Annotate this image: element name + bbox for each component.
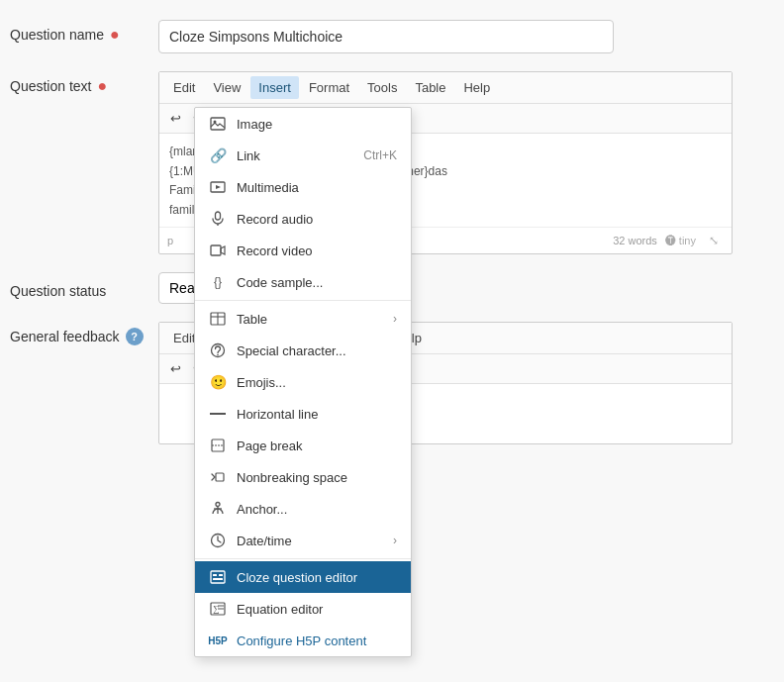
record-video-icon (209, 242, 227, 259)
code-sample-icon: {} (209, 273, 227, 291)
datetime-arrow: › (393, 534, 397, 547)
image-icon (209, 115, 227, 133)
record-audio-icon (209, 210, 227, 228)
menu-item-image[interactable]: Image (195, 108, 411, 140)
divider-2 (195, 558, 411, 559)
undo-button[interactable]: ↩ (165, 108, 186, 129)
word-count: 32 words (613, 235, 657, 246)
svg-rect-27 (211, 571, 225, 583)
page-break-label: Page break (237, 438, 397, 453)
table-label: Table (237, 312, 383, 327)
cloze-icon (209, 568, 227, 586)
menu-item-table[interactable]: Table › (195, 303, 411, 335)
h5p-menu-icon: H5P (209, 632, 227, 649)
emojis-icon: 🙂 (209, 373, 227, 391)
menu-item-page-break[interactable]: Page break (195, 430, 411, 461)
svg-rect-8 (211, 118, 225, 130)
required-icon-text: ● (98, 77, 108, 95)
question-name-input[interactable] (158, 20, 614, 53)
link-label: Link (237, 148, 353, 163)
table-menu-icon (209, 310, 227, 328)
anchor-icon (209, 500, 227, 518)
link-menu-icon: 🔗 (209, 146, 227, 164)
question-status-label: Question status (10, 277, 158, 299)
menu-insert[interactable]: Insert (250, 76, 299, 99)
menu-item-record-video[interactable]: Record video (195, 235, 411, 266)
multimedia-icon (209, 178, 227, 196)
hr-label: Horizontal line (237, 407, 397, 422)
menu-item-anchor[interactable]: Anchor... (195, 493, 411, 525)
svg-rect-14 (211, 245, 221, 255)
menu-item-record-audio[interactable]: Record audio (195, 203, 411, 235)
anchor-label: Anchor... (237, 502, 397, 517)
question-name-label: Question name ● (10, 20, 158, 44)
resize-button[interactable]: ⤡ (704, 231, 724, 250)
code-sample-label: Code sample... (237, 275, 397, 290)
page-break-icon (209, 437, 227, 454)
menu-item-datetime[interactable]: Date/time › (195, 525, 411, 556)
required-icon: ● (110, 26, 120, 44)
menu-item-nonbreaking[interactable]: Nonbreaking space (195, 461, 411, 493)
general-feedback-label: General feedback ? (10, 322, 158, 345)
special-char-icon (209, 341, 227, 359)
tiny-logo: 🅣 tiny (665, 235, 696, 246)
image-label: Image (237, 117, 397, 132)
emojis-label: Emojis... (237, 375, 397, 390)
datetime-label: Date/time (237, 534, 383, 548)
record-video-label: Record video (237, 244, 397, 258)
menu-table[interactable]: Table (407, 76, 453, 99)
svg-rect-30 (213, 578, 223, 580)
menu-edit[interactable]: Edit (165, 76, 203, 99)
h5p-label: Configure H5P content (237, 633, 397, 648)
help-icon[interactable]: ? (126, 328, 144, 345)
menu-item-multimedia[interactable]: Multimedia (195, 171, 411, 203)
insert-dropdown-menu: Image 🔗 Link Ctrl+K Multimedia Record au… (194, 107, 412, 657)
nonbreaking-label: Nonbreaking space (237, 470, 397, 485)
datetime-icon (209, 532, 227, 549)
svg-rect-12 (216, 212, 221, 220)
svg-marker-11 (216, 185, 221, 189)
editor-menubar: Edit View Insert Format Tools Table Help (159, 72, 732, 104)
menu-tools[interactable]: Tools (359, 76, 405, 99)
multimedia-label: Multimedia (237, 180, 397, 195)
svg-point-19 (217, 354, 219, 356)
equation-label: Equation editor (237, 602, 397, 617)
menu-format[interactable]: Format (301, 76, 357, 99)
menu-view[interactable]: View (205, 76, 248, 99)
nonbreaking-icon (209, 468, 227, 486)
link-shortcut: Ctrl+K (363, 148, 397, 162)
svg-rect-23 (216, 473, 224, 481)
fb-undo-button[interactable]: ↩ (165, 358, 186, 379)
menu-item-cloze[interactable]: Cloze question editor (195, 561, 411, 593)
special-char-label: Special character... (237, 343, 397, 358)
cloze-label: Cloze question editor (237, 570, 397, 585)
menu-item-hr[interactable]: Horizontal line (195, 398, 411, 430)
hr-icon (209, 405, 227, 423)
divider-1 (195, 300, 411, 301)
svg-rect-28 (213, 574, 217, 576)
equation-icon: ∑ (209, 600, 227, 618)
menu-item-emojis[interactable]: 🙂 Emojis... (195, 366, 411, 398)
menu-item-link[interactable]: 🔗 Link Ctrl+K (195, 140, 411, 171)
menu-item-h5p[interactable]: H5P Configure H5P content (195, 625, 411, 656)
menu-item-special-char[interactable]: Special character... (195, 335, 411, 366)
menu-help[interactable]: Help (455, 76, 498, 99)
question-name-row: Question name ● (10, 20, 764, 53)
svg-point-24 (216, 503, 220, 507)
question-text-label: Question text ● (10, 71, 158, 95)
record-audio-label: Record audio (237, 212, 397, 227)
menu-item-equation[interactable]: ∑ Equation editor (195, 593, 411, 625)
paragraph-indicator: p (167, 235, 173, 246)
menu-item-code-sample[interactable]: {} Code sample... (195, 266, 411, 298)
svg-rect-29 (219, 574, 223, 576)
table-arrow: › (393, 312, 397, 326)
